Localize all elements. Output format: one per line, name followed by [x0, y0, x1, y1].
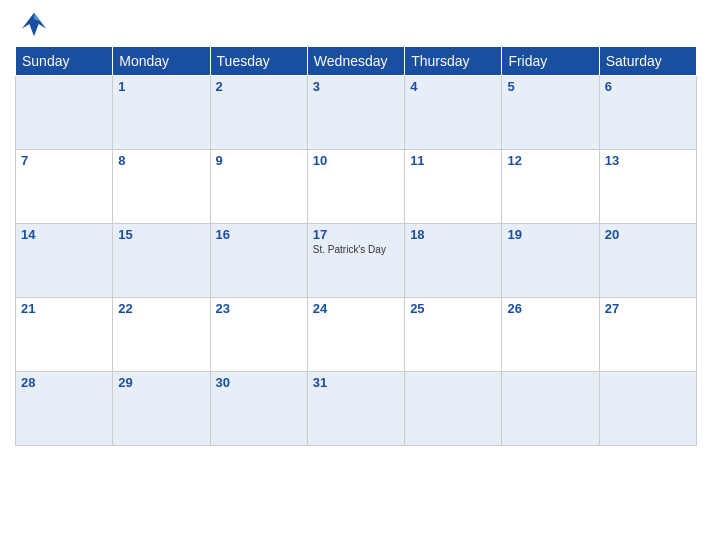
- calendar-cell: 15: [113, 224, 210, 298]
- calendar-cell: 25: [405, 298, 502, 372]
- calendar-header: [15, 10, 697, 38]
- calendar-cell: 22: [113, 298, 210, 372]
- logo-area: [20, 10, 52, 38]
- calendar-cell: 12: [502, 150, 599, 224]
- calendar-cell: [405, 372, 502, 446]
- day-number: 1: [118, 79, 204, 94]
- calendar-cell: 11: [405, 150, 502, 224]
- weekday-saturday: Saturday: [599, 47, 696, 76]
- calendar-cell: 23: [210, 298, 307, 372]
- calendar-cell: 14: [16, 224, 113, 298]
- logo-bird-icon: [20, 10, 48, 38]
- day-number: 28: [21, 375, 107, 390]
- day-number: 15: [118, 227, 204, 242]
- calendar-cell: 29: [113, 372, 210, 446]
- day-number: 21: [21, 301, 107, 316]
- calendar-cell: 26: [502, 298, 599, 372]
- event-label: St. Patrick's Day: [313, 244, 399, 255]
- day-number: 25: [410, 301, 496, 316]
- calendar-cell: 5: [502, 76, 599, 150]
- day-number: 2: [216, 79, 302, 94]
- calendar-cell: 27: [599, 298, 696, 372]
- day-number: 13: [605, 153, 691, 168]
- calendar-week-row: 78910111213: [16, 150, 697, 224]
- day-number: 8: [118, 153, 204, 168]
- calendar-cell: 17St. Patrick's Day: [307, 224, 404, 298]
- calendar-cell: 8: [113, 150, 210, 224]
- calendar-week-row: 21222324252627: [16, 298, 697, 372]
- weekday-tuesday: Tuesday: [210, 47, 307, 76]
- day-number: 31: [313, 375, 399, 390]
- calendar-week-row: 28293031: [16, 372, 697, 446]
- calendar-cell: 18: [405, 224, 502, 298]
- day-number: 9: [216, 153, 302, 168]
- weekday-header-row: SundayMondayTuesdayWednesdayThursdayFrid…: [16, 47, 697, 76]
- calendar-cell: 28: [16, 372, 113, 446]
- calendar-cell: 6: [599, 76, 696, 150]
- day-number: 19: [507, 227, 593, 242]
- calendar-cell: 7: [16, 150, 113, 224]
- day-number: 4: [410, 79, 496, 94]
- calendar-week-row: 123456: [16, 76, 697, 150]
- calendar-cell: 10: [307, 150, 404, 224]
- calendar-cell: 31: [307, 372, 404, 446]
- day-number: 10: [313, 153, 399, 168]
- weekday-wednesday: Wednesday: [307, 47, 404, 76]
- calendar-cell: 21: [16, 298, 113, 372]
- calendar-cell: 20: [599, 224, 696, 298]
- day-number: 24: [313, 301, 399, 316]
- calendar-cell: 13: [599, 150, 696, 224]
- day-number: 11: [410, 153, 496, 168]
- weekday-friday: Friday: [502, 47, 599, 76]
- calendar-cell: 2: [210, 76, 307, 150]
- day-number: 7: [21, 153, 107, 168]
- day-number: 3: [313, 79, 399, 94]
- calendar-cell: [599, 372, 696, 446]
- calendar-table: SundayMondayTuesdayWednesdayThursdayFrid…: [15, 46, 697, 446]
- day-number: 27: [605, 301, 691, 316]
- calendar-cell: 16: [210, 224, 307, 298]
- weekday-monday: Monday: [113, 47, 210, 76]
- calendar-week-row: 14151617St. Patrick's Day181920: [16, 224, 697, 298]
- day-number: 16: [216, 227, 302, 242]
- calendar-cell: 1: [113, 76, 210, 150]
- day-number: 6: [605, 79, 691, 94]
- weekday-thursday: Thursday: [405, 47, 502, 76]
- day-number: 5: [507, 79, 593, 94]
- calendar-cell: 4: [405, 76, 502, 150]
- day-number: 18: [410, 227, 496, 242]
- day-number: 29: [118, 375, 204, 390]
- calendar-container: SundayMondayTuesdayWednesdayThursdayFrid…: [0, 0, 712, 550]
- calendar-cell: [502, 372, 599, 446]
- day-number: 26: [507, 301, 593, 316]
- day-number: 23: [216, 301, 302, 316]
- day-number: 22: [118, 301, 204, 316]
- calendar-cell: 30: [210, 372, 307, 446]
- weekday-sunday: Sunday: [16, 47, 113, 76]
- calendar-cell: 9: [210, 150, 307, 224]
- day-number: 20: [605, 227, 691, 242]
- day-number: 14: [21, 227, 107, 242]
- day-number: 17: [313, 227, 399, 242]
- calendar-cell: 3: [307, 76, 404, 150]
- day-number: 30: [216, 375, 302, 390]
- calendar-cell: [16, 76, 113, 150]
- calendar-cell: 24: [307, 298, 404, 372]
- calendar-cell: 19: [502, 224, 599, 298]
- day-number: 12: [507, 153, 593, 168]
